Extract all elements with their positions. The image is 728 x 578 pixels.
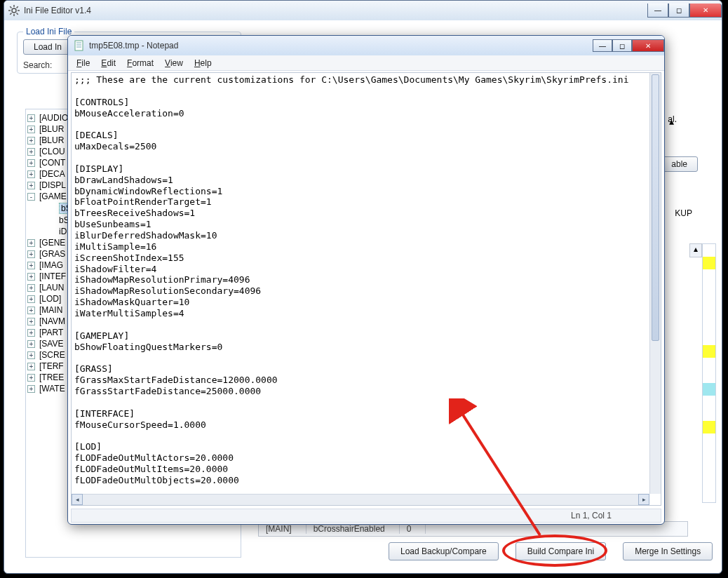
menu-file[interactable]: File [72,57,94,69]
tree-expander-icon[interactable]: + [27,182,35,189]
notepad-content[interactable]: ;;; These are the current customizations… [72,73,661,488]
tree-expander-icon[interactable]: + [27,137,35,144]
tree-item-label: [BLUR [39,124,64,134]
tree-item-label: [SAVE [39,339,63,349]
scrollbar-thumb[interactable] [652,74,659,341]
scroll-right-icon[interactable]: ▸ [638,494,649,505]
tree-expander-icon[interactable]: + [27,239,35,247]
notepad-text-area[interactable]: ;;; These are the current customizations… [71,72,661,506]
tree-expander-icon[interactable]: + [27,363,35,370]
notepad-icon [74,40,85,51]
change-mark [703,434,715,446]
search-label: Search: [23,60,52,70]
change-mark [703,295,715,307]
tree-item-label: [BLUR [39,135,64,145]
svg-line-7 [10,13,11,15]
tree-item-label: [CONT [39,158,65,168]
tree-item-label: [AUDIO [39,113,68,123]
tree-expander-icon[interactable]: + [27,159,35,167]
tree-expander-icon[interactable]: + [27,374,35,382]
change-mark [703,282,715,295]
tree-item-label: [GENE [39,238,65,248]
tree-expander-icon[interactable]: + [27,295,35,303]
tree-item-label: [TREE [39,372,64,382]
tree-item-label: [CLOU [39,147,65,156]
close-button[interactable]: ✕ [689,4,722,18]
notepad-statusbar: Ln 1, Col 1 [71,509,661,523]
tree-item-label: [TERF [39,361,64,371]
tree-expander-icon[interactable]: + [27,148,35,156]
tree-item-label: [WATE [39,384,65,394]
tree-expander-icon[interactable]: + [27,273,35,281]
change-indicator-strip [702,243,716,503]
np-maximize-button[interactable]: ◻ [612,39,632,52]
change-mark [703,320,715,332]
main-titlebar[interactable]: Ini File Editor v1.4 — ◻ ✕ [4,1,722,20]
right-button-1[interactable]: able [661,156,698,172]
tree-expander-icon[interactable]: + [27,318,35,325]
minimize-button[interactable]: — [647,4,668,18]
change-mark [703,307,715,320]
tree-item-label: [DECA [39,169,65,179]
notepad-window: tmp5E08.tmp - Notepad — ◻ ✕ FileEditForm… [67,35,665,525]
scroll-left-icon[interactable]: ◂ [72,494,83,505]
tree-expander-icon[interactable]: + [27,126,35,133]
main-title: Ini File Editor v1.4 [24,6,647,15]
tree-expander-icon[interactable]: + [27,262,35,269]
change-mark [703,269,715,282]
build-compare-button[interactable]: Build Compare Ini [515,542,606,560]
row-value: 0 [400,524,426,534]
merge-settings-button[interactable]: Merge In Settings [623,542,713,560]
tree-item-label: [DISPL [39,180,66,190]
cursor-position: Ln 1, Col 1 [571,511,612,520]
tree-item-label: [GAME [39,191,67,201]
tree-expander-icon[interactable]: + [27,351,35,359]
tree-expander-icon[interactable]: + [27,329,35,337]
change-mark [703,396,715,408]
change-mark [703,358,715,370]
tree-item-label: [PART [39,328,63,337]
tree-expander-icon[interactable]: - [27,193,35,201]
vertical-scrollbar[interactable] [649,73,661,494]
menu-edit[interactable]: Edit [97,57,120,69]
np-close-button[interactable]: ✕ [632,39,664,52]
menu-help[interactable]: Help [190,57,216,69]
menu-view[interactable]: View [161,57,187,69]
gear-icon [8,5,20,16]
change-mark [703,421,715,434]
horizontal-scrollbar[interactable]: ◂ ▸ [72,494,649,505]
tree-expander-icon[interactable]: + [27,250,35,258]
maximize-button[interactable]: ◻ [668,4,689,18]
tree-item-label: [SCRE [39,350,65,360]
tree-expander-icon[interactable]: + [27,114,35,122]
tree-expander-icon[interactable]: + [27,340,35,348]
notepad-title: tmp5E08.tmp - Notepad [89,41,593,51]
change-mark [703,257,715,269]
chevron-up-icon[interactable]: ▴ [669,116,674,127]
change-mark [703,332,715,345]
np-minimize-button[interactable]: — [593,39,612,52]
change-mark [703,370,715,383]
tree-expander-icon[interactable]: + [27,307,35,314]
tree-item-label: [NAVM [39,316,65,326]
tree-expander-icon[interactable]: + [27,170,35,178]
svg-rect-9 [75,41,83,51]
change-mark [703,408,715,421]
scroll-up-icon[interactable]: ▴ [689,243,702,257]
notepad-titlebar[interactable]: tmp5E08.tmp - Notepad — ◻ ✕ [68,36,664,55]
tree-item-label: [MAIN [39,305,62,315]
menu-format[interactable]: Format [123,57,158,69]
tree-item-label: [INTEF [39,271,66,281]
tree-expander-icon[interactable]: + [27,385,35,393]
tree-item-label: [GRAS [39,249,65,259]
load-ini-button[interactable]: Load In [23,39,72,55]
notepad-menubar: FileEditFormatViewHelp [68,55,664,71]
svg-line-5 [10,6,11,8]
change-mark [703,345,715,358]
load-backup-button[interactable]: Load Backup/Compare [389,542,499,560]
tree-expander-icon[interactable]: + [27,284,35,292]
svg-point-0 [12,8,16,13]
tree-item-label: [IMAG [39,260,63,270]
row-section: [MAIN] [259,524,306,534]
right-label-2: KUP [675,208,692,218]
